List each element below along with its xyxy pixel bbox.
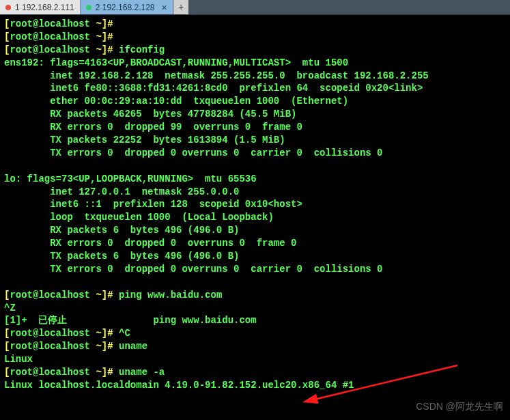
terminal-line: ens192: flags=4163<UP,BROADCAST,RUNNING,… [4, 57, 506, 70]
terminal-line: Linux [4, 353, 506, 366]
terminal-line: TX packets 22252 bytes 1613894 (1.5 MiB) [4, 134, 506, 147]
terminal-line: [root@localhost ~]# uname -a [4, 366, 506, 379]
terminal-line: inet6 ::1 prefixlen 128 scopeid 0x10<hos… [4, 198, 506, 211]
tab-1[interactable]: 1 192.168.2.111 [0, 0, 81, 14]
watermark: CSDN @阿龙先生啊 [416, 401, 503, 413]
tab-label: 1 192.168.2.111 [15, 3, 74, 12]
terminal-line: [root@localhost ~]# [4, 31, 506, 44]
terminal-line: loop txqueuelen 1000 (Local Loopback) [4, 211, 506, 224]
terminal-line: ether 00:0c:29:aa:10:dd txqueuelen 1000 … [4, 95, 506, 108]
tab-bar: 1 192.168.2.111 2 192.168.2.128 × + [0, 0, 510, 15]
terminal-line: inet 127.0.0.1 netmask 255.0.0.0 [4, 186, 506, 199]
terminal-line: RX errors 0 dropped 0 overruns 0 frame 0 [4, 237, 506, 250]
terminal-line: RX packets 6 bytes 496 (496.0 B) [4, 224, 506, 237]
terminal-line: ^Z [4, 302, 506, 315]
plus-icon: + [178, 2, 184, 13]
terminal-line: RX errors 0 dropped 99 overruns 0 frame … [4, 121, 506, 134]
terminal-line: TX packets 6 bytes 496 (496.0 B) [4, 250, 506, 263]
terminal-line: [1]+ 已停止 ping www.baidu.com [4, 314, 506, 327]
terminal-line: [root@localhost ~]# uname [4, 340, 506, 353]
terminal-line: TX errors 0 dropped 0 overruns 0 carrier… [4, 263, 506, 276]
status-dot-icon [86, 5, 91, 10]
terminal-line: RX packets 46265 bytes 47788284 (45.5 Mi… [4, 108, 506, 121]
terminal-line: [root@localhost ~]# ifconfig [4, 44, 506, 57]
terminal-line: Linux localhost.localdomain 4.19.0-91.82… [4, 379, 506, 392]
terminal-line [4, 160, 506, 173]
tab-label: 2 192.168.2.128 [96, 3, 155, 12]
terminal-line: TX errors 0 dropped 0 overruns 0 carrier… [4, 147, 506, 160]
status-dot-icon [5, 5, 11, 10]
terminal-line: inet6 fe80::3688:fd31:4261:8cd0 prefixle… [4, 82, 506, 95]
terminal-line: lo: flags=73<UP,LOOPBACK,RUNNING> mtu 65… [4, 173, 506, 186]
terminal-output[interactable]: [root@localhost ~]# [root@localhost ~]# … [0, 15, 510, 395]
tab-2[interactable]: 2 192.168.2.128 × [81, 0, 173, 14]
terminal-line: [root@localhost ~]# ping www.baidu.com [4, 289, 506, 302]
terminal-line: [root@localhost ~]# [4, 18, 506, 31]
terminal-line: [root@localhost ~]# ^C [4, 327, 506, 340]
terminal-line: inet 192.168.2.128 netmask 255.255.255.0… [4, 70, 506, 83]
new-tab-button[interactable]: + [173, 0, 188, 14]
terminal-line [4, 276, 506, 289]
close-icon[interactable]: × [162, 3, 167, 12]
